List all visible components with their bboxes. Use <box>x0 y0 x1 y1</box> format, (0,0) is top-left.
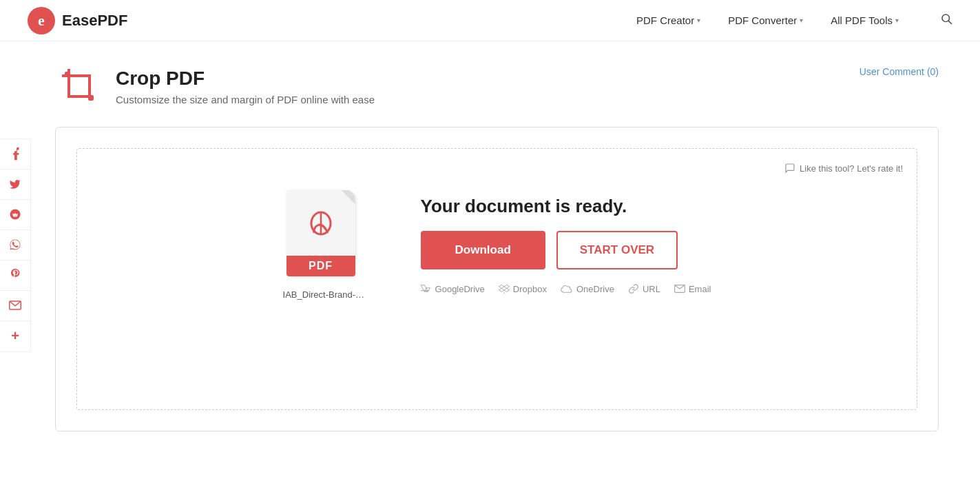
social-facebook[interactable] <box>0 139 30 170</box>
svg-line-3 <box>948 21 951 23</box>
chevron-down-icon: ▾ <box>895 17 899 24</box>
main-content: Crop PDF Customsize the size and margin … <box>0 41 980 452</box>
logo-text: EasePDF <box>62 12 127 30</box>
content-area: PDF IAB_Direct-Brand-Economy-20... Your … <box>91 190 903 300</box>
rate-link-area[interactable]: Like this tool? Let's rate it! <box>784 163 903 174</box>
header: e EasePDF PDF Creator ▾ PDF Converter ▾ … <box>0 0 980 41</box>
social-whatsapp[interactable] <box>0 230 30 261</box>
social-reddit[interactable] <box>0 200 30 230</box>
nav-pdf-converter[interactable]: PDF Converter ▾ <box>728 14 803 26</box>
pdf-file-icon: PDF <box>286 190 362 280</box>
social-more[interactable]: + <box>0 321 30 351</box>
svg-point-6 <box>16 214 17 214</box>
social-pinterest[interactable] <box>0 261 30 291</box>
svg-point-7 <box>18 211 19 212</box>
pdf-preview: PDF IAB_Direct-Brand-Economy-20... <box>283 190 366 300</box>
action-buttons: Download START OVER <box>421 231 678 269</box>
page-title: Crop PDF <box>116 68 375 90</box>
page-header: Crop PDF Customsize the size and margin … <box>55 62 939 110</box>
chevron-down-icon: ▾ <box>697 17 700 24</box>
save-options: GoogleDrive Dropbox <box>421 283 711 294</box>
save-url[interactable]: URL <box>628 283 660 294</box>
inner-dashed-area: Like this tool? Let's rate it! <box>76 148 917 410</box>
pdf-file-body: PDF <box>286 190 355 276</box>
user-comment-link[interactable]: User Comment (0) <box>859 66 939 77</box>
social-twitter[interactable] <box>0 170 30 200</box>
page-title-area: Crop PDF Customsize the size and margin … <box>116 68 375 105</box>
download-button[interactable]: Download <box>421 231 545 269</box>
pdf-file-corner <box>342 190 355 204</box>
crop-pdf-icon <box>55 62 103 110</box>
tool-area: Like this tool? Let's rate it! <box>55 127 939 431</box>
ready-text: Your document is ready. <box>421 196 627 217</box>
main-nav: PDF Creator ▾ PDF Converter ▾ All PDF To… <box>636 12 952 28</box>
save-google-drive[interactable]: GoogleDrive <box>421 284 485 294</box>
pdf-acrobat-symbol <box>306 208 336 249</box>
social-sidebar: + <box>0 139 31 352</box>
page-subtitle: Customsize the size and margin of PDF on… <box>116 94 375 105</box>
save-onedrive[interactable]: OneDrive <box>561 284 614 294</box>
rate-text: Like this tool? Let's rate it! <box>800 163 903 174</box>
save-dropbox[interactable]: Dropbox <box>499 284 547 294</box>
svg-rect-13 <box>65 72 70 77</box>
page-header-left: Crop PDF Customsize the size and margin … <box>55 62 375 110</box>
chevron-down-icon: ▾ <box>800 17 803 24</box>
nav-pdf-creator[interactable]: PDF Creator ▾ <box>636 14 700 26</box>
actions-area: Your document is ready. Download START O… <box>421 196 711 294</box>
logo[interactable]: e EasePDF <box>28 7 127 34</box>
svg-point-5 <box>14 214 14 214</box>
start-over-button[interactable]: START OVER <box>556 231 678 269</box>
svg-rect-14 <box>88 95 94 101</box>
social-email[interactable] <box>0 291 30 321</box>
plus-icon: + <box>11 328 19 344</box>
pdf-badge: PDF <box>286 256 355 276</box>
pdf-filename: IAB_Direct-Brand-Economy-20... <box>283 289 366 300</box>
logo-icon: e <box>28 7 55 34</box>
nav-all-pdf-tools[interactable]: All PDF Tools ▾ <box>831 14 899 26</box>
save-email[interactable]: Email <box>674 284 711 294</box>
search-button[interactable] <box>940 12 952 28</box>
svg-text:e: e <box>38 12 45 29</box>
